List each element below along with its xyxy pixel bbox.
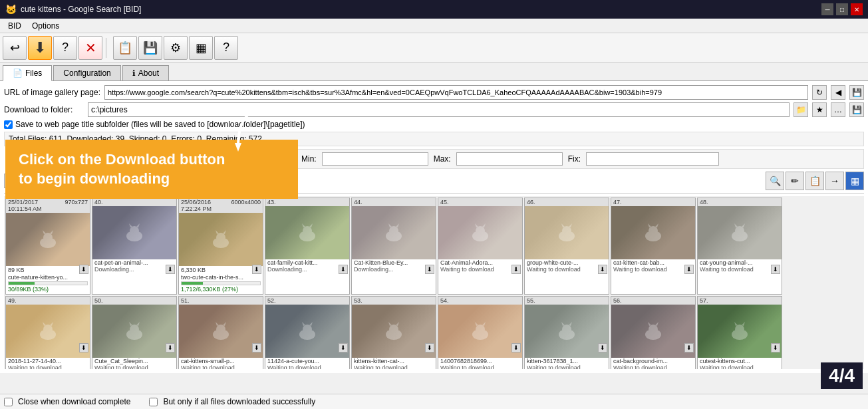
svg-marker-59 bbox=[482, 322, 486, 326]
image-cell-0[interactable]: 25/01/201710:11:54 AM970x72789 KB⬇cute-n… bbox=[5, 198, 90, 295]
svg-point-69 bbox=[735, 325, 744, 334]
settings-button[interactable]: ⚙ bbox=[164, 36, 188, 60]
save-checkbox[interactable] bbox=[4, 120, 13, 129]
close-label: Close when download complete bbox=[18, 397, 130, 406]
svg-marker-18 bbox=[388, 223, 392, 227]
image-cell-8[interactable]: 48.⬇cat-young-animal-...Waiting to downl… bbox=[697, 198, 782, 295]
min-input[interactable] bbox=[322, 152, 428, 166]
about-icon: ℹ bbox=[132, 68, 136, 78]
url-input[interactable] bbox=[104, 85, 808, 100]
image-name-0: cute-nature-kitten-yo... bbox=[6, 274, 90, 281]
lc-right-btns: 🔍 ✏ 📋 → ▦ bbox=[766, 172, 864, 190]
menu-options[interactable]: Options bbox=[27, 20, 65, 32]
image-thumb-7 bbox=[611, 206, 695, 259]
image-download-icon-14: ⬇ bbox=[511, 343, 521, 352]
image-grid: 25/01/201710:11:54 AM970x72789 KB⬇cute-n… bbox=[4, 196, 864, 369]
folder-input[interactable] bbox=[88, 102, 790, 117]
download-button[interactable]: ⬇ bbox=[28, 36, 52, 60]
image-status-10: Waiting to download bbox=[92, 364, 176, 369]
svg-point-13 bbox=[303, 226, 312, 235]
back-button[interactable]: ↩ bbox=[3, 36, 27, 60]
browse-button[interactable]: 📁 bbox=[794, 102, 808, 117]
main-content: URL of image gallery page: ↻ ◀ 💾 Downloa… bbox=[0, 81, 868, 373]
image-cell-3[interactable]: 43.⬇cat-family-cat-kitt...Downloading... bbox=[265, 198, 350, 295]
image-header-8: 48. bbox=[698, 198, 782, 206]
image-cell-15[interactable]: 55.⬇kitten-3617838_1...Waiting to downlo… bbox=[524, 296, 609, 369]
minimize-button[interactable]: ─ bbox=[821, 3, 833, 15]
image-header-6: 46. bbox=[525, 198, 609, 206]
svg-marker-50 bbox=[302, 322, 305, 326]
svg-point-37 bbox=[43, 325, 53, 334]
tab-about[interactable]: ℹ About bbox=[122, 65, 169, 80]
image-thumb-15 bbox=[525, 305, 609, 358]
maximize-button[interactable]: □ bbox=[836, 3, 848, 15]
image-thumb-12 bbox=[265, 305, 349, 358]
image-thumb-11 bbox=[179, 305, 263, 358]
stop-button[interactable]: ✕ bbox=[78, 36, 102, 60]
save-button[interactable]: 💾 bbox=[138, 36, 162, 60]
toolbar: ↩ ⬇ ? ✕ 📋 💾 ⚙ ▦ ? bbox=[0, 33, 868, 63]
star-button[interactable]: ★ bbox=[812, 102, 827, 117]
min-label: Min: bbox=[301, 154, 317, 164]
image-cell-7[interactable]: 47.⬇cat-kitten-cat-bab...Waiting to down… bbox=[611, 198, 696, 295]
lc-filter-btn[interactable]: 🔍 bbox=[766, 172, 784, 190]
image-cell-1[interactable]: 40.⬇cat-pet-an-animal-...Downloading... bbox=[92, 198, 177, 295]
page-indicator: 4/4 bbox=[821, 362, 863, 389]
instruction-box: Click on the Download button to begin do… bbox=[5, 140, 298, 199]
image-header-0: 25/01/201710:11:54 AM970x727 bbox=[6, 198, 90, 213]
svg-marker-62 bbox=[561, 322, 565, 326]
image-status-4: Downloading... bbox=[352, 266, 436, 274]
svg-marker-58 bbox=[475, 322, 478, 326]
tab-files[interactable]: 📄 Files bbox=[3, 65, 52, 81]
image-status-3: Downloading... bbox=[265, 266, 349, 274]
grid-button[interactable]: ▦ bbox=[189, 36, 213, 60]
image-cell-6[interactable]: 46.⬇group-white-cute-...Waiting to downl… bbox=[524, 198, 609, 295]
image-cell-5[interactable]: 45.⬇Cat-Animal-Adora...Waiting to downlo… bbox=[438, 198, 523, 295]
svg-marker-15 bbox=[309, 223, 313, 227]
url-back-button[interactable]: ◀ bbox=[831, 85, 845, 100]
image-status-2: 1,712/6,330KB (27%) bbox=[179, 286, 263, 294]
menu-bid[interactable]: BID bbox=[3, 20, 27, 32]
image-thumb-17 bbox=[698, 305, 782, 358]
image-cell-12[interactable]: 52.⬇11424-a-cute-you...Waiting to downlo… bbox=[265, 296, 350, 369]
image-download-icon-16: ⬇ bbox=[684, 343, 694, 352]
image-cell-4[interactable]: 44.⬇Cat-Kitten-Blue-Ey...Downloading... bbox=[351, 198, 436, 295]
image-kb-2: 6,330 KB bbox=[179, 266, 263, 274]
svg-marker-10 bbox=[216, 230, 219, 234]
image-cell-17[interactable]: 57.⬇cutest-kittens-cut...Waiting to down… bbox=[697, 296, 782, 369]
url-refresh-button[interactable]: ↻ bbox=[812, 85, 827, 100]
close-button[interactable]: ✕ bbox=[851, 3, 863, 15]
tab-configuration[interactable]: Configuration bbox=[53, 65, 120, 80]
image-cell-16[interactable]: 56.⬇cat-background-im...Waiting to downl… bbox=[611, 296, 696, 369]
lc-arrow-btn[interactable]: → bbox=[825, 172, 844, 190]
close-checkbox[interactable] bbox=[4, 398, 13, 406]
help-button[interactable]: ? bbox=[53, 36, 77, 60]
filter-area: Min: Max: Fix: bbox=[297, 149, 864, 169]
url-save-button[interactable]: 💾 bbox=[849, 85, 864, 100]
fix-input[interactable] bbox=[586, 152, 719, 166]
image-cell-10[interactable]: 50.⬇Cute_Cat_Sleepin...Waiting to downlo… bbox=[92, 296, 177, 369]
save-folder-button[interactable]: 💾 bbox=[849, 102, 864, 117]
image-cell-2[interactable]: 25/06/20167:22:24 PM6000x40006,330 KB⬇tw… bbox=[178, 198, 263, 295]
svg-marker-66 bbox=[648, 322, 651, 326]
folder-label: Download to folder: bbox=[4, 105, 84, 114]
more-button[interactable]: … bbox=[831, 102, 845, 117]
lc-clear-btn[interactable]: ✏ bbox=[786, 172, 804, 190]
info-button[interactable]: ? bbox=[214, 36, 238, 60]
max-input[interactable] bbox=[456, 152, 563, 166]
image-cell-14[interactable]: 54.⬇14007682818699...Waiting to download bbox=[438, 296, 523, 369]
svg-marker-34 bbox=[734, 223, 738, 227]
lc-copy-btn[interactable]: 📋 bbox=[805, 172, 824, 190]
progress-bar-0 bbox=[9, 282, 35, 285]
clipboard-button[interactable]: 📋 bbox=[113, 36, 137, 60]
image-download-icon-7: ⬇ bbox=[684, 265, 694, 274]
image-name-3: cat-family-cat-kitt... bbox=[265, 259, 349, 266]
lc-view-btn[interactable]: ▦ bbox=[845, 172, 864, 190]
but-checkbox[interactable] bbox=[149, 398, 158, 406]
fix-label: Fix: bbox=[568, 154, 581, 164]
image-cell-11[interactable]: 51.⬇cat-kittens-small-p...Waiting to dow… bbox=[178, 296, 263, 369]
image-cell-9[interactable]: 49.⬇2018-11-27-14-40...Waiting to downlo… bbox=[5, 296, 90, 369]
image-name-12: 11424-a-cute-you... bbox=[265, 358, 349, 364]
image-cell-13[interactable]: 53.⬇kittens-kitten-cat-...Waiting to dow… bbox=[351, 296, 436, 369]
save-checkbox-row: Save to web page title subfolder (files … bbox=[4, 120, 864, 129]
